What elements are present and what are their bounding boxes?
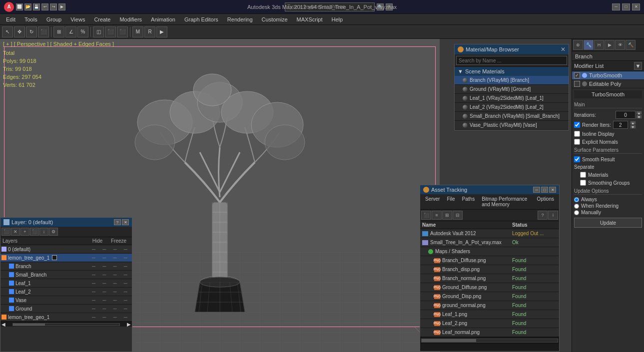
- layers-scroll-thumb[interactable]: [13, 324, 45, 326]
- snap-btn[interactable]: ⊞: [53, 26, 64, 37]
- hierarchy-icon[interactable]: H: [594, 40, 604, 50]
- asset-row-maps[interactable]: Maps / Shaders: [420, 247, 559, 256]
- asset-tool-2[interactable]: ≡: [432, 211, 442, 220]
- layer-row-lemon-geo-2[interactable]: lemon_tree_geo_1 ─ ─ ─ ─: [0, 313, 132, 322]
- materials-checkbox[interactable]: [580, 172, 586, 178]
- layers-scroll-left[interactable]: ◀: [0, 322, 6, 327]
- mod-check-editable-poly[interactable]: [574, 81, 580, 87]
- material-search-input[interactable]: [456, 56, 567, 65]
- asset-row-branch-diffuse[interactable]: PNG Branch_Diffuse.png Found: [420, 256, 559, 265]
- asset-scroll-track[interactable]: [421, 339, 558, 343]
- iterations-spin[interactable]: ▲ ▼: [636, 111, 642, 119]
- mat-item-leaf2[interactable]: Leaf_2 (VRay2SidedMtl) [Leaf_2]: [455, 103, 569, 112]
- angle-snap-btn[interactable]: ∠: [65, 26, 76, 37]
- asset-menu-server[interactable]: Server: [422, 195, 443, 208]
- render-btn2[interactable]: ▶: [156, 26, 167, 37]
- mat-item-ground[interactable]: Ground (VRayMtl) [Ground]: [455, 85, 569, 94]
- open-btn[interactable]: 📂: [24, 3, 31, 10]
- motion-icon[interactable]: ▶: [605, 40, 615, 50]
- layers-settings-btn[interactable]: ⚙: [49, 228, 58, 236]
- menu-customize[interactable]: Customize: [258, 15, 292, 23]
- new-btn[interactable]: ⬜: [16, 3, 23, 10]
- asset-row-leaf1[interactable]: PNG Leaf_1.png Found: [420, 310, 559, 319]
- display-icon[interactable]: 👁: [615, 40, 625, 50]
- asset-close-btn[interactable]: ✕: [549, 187, 556, 193]
- render-iters-checkbox[interactable]: [574, 122, 580, 128]
- modify-icon[interactable]: 🔧: [584, 40, 594, 50]
- layers-scroll-track[interactable]: [12, 323, 120, 326]
- always-radio[interactable]: [574, 197, 579, 202]
- menu-create[interactable]: Create: [90, 15, 114, 23]
- asset-row-vault[interactable]: Autodesk Vault 2012 Logged Out ...: [420, 229, 559, 238]
- asset-scroll-thumb[interactable]: [422, 339, 476, 342]
- menu-tools[interactable]: Tools: [20, 15, 41, 23]
- menu-modifiers[interactable]: Modifiers: [115, 15, 146, 23]
- maximize-btn[interactable]: □: [622, 3, 630, 10]
- smooth-result-checkbox[interactable]: [574, 156, 580, 162]
- asset-row-ground-normal[interactable]: PNG ground_normal.png Found: [420, 301, 559, 310]
- layer-row-vase[interactable]: Vase ─ ─ ─ ─: [0, 296, 132, 305]
- menu-group[interactable]: Group: [42, 15, 66, 23]
- isoline-checkbox[interactable]: [574, 131, 580, 137]
- asset-tool-3[interactable]: ⊞: [442, 211, 452, 220]
- when-rendering-radio[interactable]: [574, 204, 579, 209]
- layers-select-btn[interactable]: ⬛: [30, 228, 39, 236]
- explicit-normals-checkbox[interactable]: [574, 139, 580, 145]
- menu-rendering[interactable]: Rendering: [223, 15, 257, 23]
- mat-item-vase[interactable]: Vase_Plastic (VRayMtl) [Vase]: [455, 121, 569, 130]
- asset-menu-file[interactable]: File: [444, 195, 458, 208]
- move-btn[interactable]: ✥: [14, 26, 25, 37]
- undo-btn[interactable]: ↩: [41, 3, 48, 10]
- material-browser-titlebar[interactable]: Material/Map Browser ✕: [455, 44, 569, 54]
- render-btn[interactable]: ▶: [58, 3, 65, 10]
- render-iters-input[interactable]: [613, 121, 628, 129]
- layers-scroll-right[interactable]: ▶: [126, 322, 132, 327]
- layer-row-default[interactable]: 0 (default) ─ ─ ─ ─: [0, 245, 132, 254]
- asset-help-btn[interactable]: ?: [538, 211, 548, 220]
- menu-views[interactable]: Views: [66, 15, 89, 23]
- layers-add-sel-btn[interactable]: +: [20, 228, 29, 236]
- iterations-spin-up[interactable]: ▲: [636, 111, 642, 115]
- render-iters-spin-up[interactable]: ▲: [630, 121, 636, 125]
- asset-menu-paths[interactable]: Paths: [459, 195, 478, 208]
- material-browser-close[interactable]: ✕: [561, 46, 566, 53]
- asset-row-ground-disp[interactable]: PNG Ground_Disp.png Found: [420, 292, 559, 301]
- layers-help-btn[interactable]: ?: [114, 219, 121, 225]
- quick-access-toolbar[interactable]: ⬜ 📂 💾 ↩ ↪ ▶: [16, 3, 65, 10]
- menu-animation[interactable]: Animation: [147, 15, 179, 23]
- select-btn[interactable]: ↖: [2, 26, 13, 37]
- asset-row-branch-normal[interactable]: PNG Branch_normal.png Found: [420, 274, 559, 283]
- mod-check-turbosmooth[interactable]: ✓: [574, 72, 580, 78]
- update-button[interactable]: Update: [574, 218, 642, 228]
- modifier-item-turbosmooth[interactable]: ✓ TurboSmooth: [572, 71, 644, 80]
- create-icon[interactable]: ⊕: [573, 40, 583, 50]
- layers-delete-btn[interactable]: ✕: [11, 228, 20, 236]
- smoothing-groups-checkbox[interactable]: [580, 180, 586, 186]
- layer-row-leaf1[interactable]: Leaf_1 ─ ─ ─ ─: [0, 279, 132, 288]
- asset-info-btn[interactable]: i: [548, 211, 558, 220]
- render-setup-btn[interactable]: R: [144, 26, 155, 37]
- align-btn[interactable]: ⬛: [105, 26, 116, 37]
- asset-menu-bitmap[interactable]: Bitmap Performance and Memory: [479, 195, 533, 208]
- layer-row-lemon-geo[interactable]: lemon_tree_geo_1 ─ ─ ─ ─: [0, 254, 132, 262]
- layer-row-small-branch[interactable]: Small_Branch ─ ─ ─ ─: [0, 271, 132, 279]
- asset-maximize-btn[interactable]: □: [541, 187, 548, 193]
- asset-scrollbar-horizontal[interactable]: [420, 337, 559, 343]
- asset-row-max-file[interactable]: Small_Tree_In_A_Pot_vray.max Ok: [420, 238, 559, 247]
- scale-btn[interactable]: ⬛: [38, 26, 49, 37]
- close-btn[interactable]: ✕: [632, 3, 640, 10]
- menu-graph-editors[interactable]: Graph Editors: [180, 15, 222, 23]
- layers-titlebar[interactable]: Layer: 0 (default) ? ✕: [0, 218, 132, 227]
- asset-minimize-btn[interactable]: ─: [533, 187, 540, 193]
- asset-row-leaf-normal[interactable]: PNG Leaf_normal.png Found: [420, 328, 559, 337]
- layer-row-ground[interactable]: Ground ─ ─ ─ ─: [0, 305, 132, 313]
- asset-row-branch-disp[interactable]: PNG Branch_disp.png Found: [420, 265, 559, 274]
- layers-scrollbar[interactable]: ◀ ▶: [0, 322, 132, 327]
- mat-item-leaf1[interactable]: Leaf_1 (VRay2SidedMtl) [Leaf_1]: [455, 94, 569, 103]
- redo-btn[interactable]: ↪: [50, 3, 57, 10]
- menu-help[interactable]: Help: [328, 15, 347, 23]
- layer-mgr-btn[interactable]: ⬛: [117, 26, 128, 37]
- layers-create-btn[interactable]: ⬛: [1, 228, 10, 236]
- modifier-item-editable-poly[interactable]: Editable Poly: [572, 80, 644, 88]
- asset-tool-4[interactable]: ⊟: [453, 211, 463, 220]
